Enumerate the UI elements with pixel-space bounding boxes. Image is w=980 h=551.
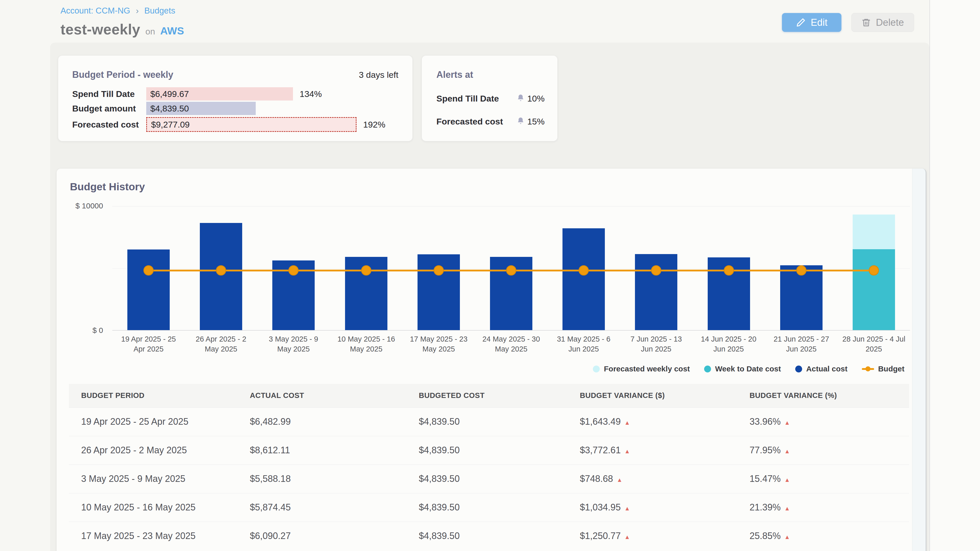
x-axis-label: 19 Apr 2025 - 25 Apr 2025 — [112, 334, 185, 354]
spend-till-date-value: $6,499.67 — [150, 89, 189, 99]
cell-actual: $5,874.45 — [238, 493, 407, 522]
actual-cost-bar[interactable] — [127, 249, 170, 330]
cloud-provider-label: AWS — [160, 25, 184, 37]
budget-period-card-title: Budget Period - weekly — [72, 69, 173, 80]
x-axis-label: 31 May 2025 - 6 Jun 2025 — [547, 334, 620, 354]
cell-variance-pct: 77.95%▲ — [737, 436, 909, 465]
up-triangle-icon: ▲ — [784, 448, 790, 454]
cell-budgeted: $4,839.50 — [407, 407, 568, 436]
budget-line-marker[interactable] — [724, 265, 734, 275]
up-triangle-icon: ▲ — [624, 419, 630, 426]
budget-period-card: Budget Period - weekly 3 days left Spend… — [58, 56, 412, 141]
content-edge-divider — [929, 0, 930, 551]
legend-week-to-date-cost[interactable]: Week to Date cost — [704, 365, 781, 373]
budget-detail-page: Account: CCM-NG › Budgets test-weekly on… — [0, 0, 980, 551]
budget-line-marker[interactable] — [796, 265, 807, 275]
legend-label: Forecasted weekly cost — [604, 365, 690, 373]
cell-variance-usd: $1,643.49▲ — [568, 407, 737, 436]
legend-actual-cost[interactable]: Actual cost — [795, 365, 848, 373]
alert-spend-threshold: 10% — [527, 94, 545, 103]
up-triangle-icon: ▲ — [617, 476, 622, 483]
col-actual-cost: ACTUAL COST — [238, 384, 407, 407]
card-scrollbar[interactable] — [912, 168, 926, 551]
table-row[interactable]: 19 Apr 2025 - 25 Apr 2025 $6,482.99 $4,8… — [69, 407, 909, 436]
x-axis-label: 24 May 2025 - 30 May 2025 — [475, 334, 547, 354]
up-triangle-icon: ▲ — [624, 505, 630, 512]
legend-forecasted-weekly-cost[interactable]: Forecasted weekly cost — [593, 365, 690, 373]
table-row[interactable]: 17 May 2025 - 23 May 2025 $6,090.27 $4,8… — [69, 522, 909, 550]
page-right-margin — [930, 0, 980, 551]
cell-period: 17 May 2025 - 23 May 2025 — [69, 522, 238, 550]
up-triangle-icon: ▲ — [784, 505, 790, 512]
forecasted-weekly-cost-bar[interactable] — [853, 214, 895, 249]
legend-label: Budget — [878, 365, 904, 373]
budget-line-marker[interactable] — [506, 265, 516, 275]
cell-variance-usd: $1,034.95▲ — [568, 493, 737, 522]
alert-forecast-label: Forecasted cost — [436, 117, 503, 127]
up-triangle-icon: ▲ — [624, 534, 630, 540]
bell-icon — [517, 117, 525, 126]
table-header-row: BUDGET PERIOD ACTUAL COST BUDGETED COST … — [69, 384, 909, 407]
legend-label: Actual cost — [806, 365, 848, 373]
chart-legend: Forecasted weekly cost Week to Date cost… — [593, 365, 904, 373]
table-row[interactable]: 26 Apr 2025 - 2 May 2025 $8,612.11 $4,83… — [69, 436, 909, 465]
alert-forecast-threshold: 15% — [527, 117, 545, 127]
forecasted-cost-percent: 192% — [363, 120, 385, 130]
week-to-date-bar[interactable] — [853, 249, 895, 330]
actual-cost-bar[interactable] — [200, 223, 242, 330]
col-budget-variance-pct: BUDGET VARIANCE (%) — [737, 384, 909, 407]
up-triangle-icon: ▲ — [624, 448, 630, 454]
budget-line-marker[interactable] — [869, 265, 879, 275]
alert-row-spend: Spend Till Date 10% — [436, 92, 545, 105]
cell-budgeted: $4,839.50 — [407, 522, 568, 550]
pencil-icon — [796, 17, 806, 27]
budget-line-marker[interactable] — [288, 265, 299, 275]
budget-line-marker[interactable] — [434, 265, 444, 275]
cell-period: 10 May 2025 - 16 May 2025 — [69, 493, 238, 522]
legend-budget[interactable]: Budget — [862, 365, 904, 373]
budget-amount-bar: $4,839.50 — [146, 102, 256, 115]
spend-till-date-bar: $6,499.67 — [146, 87, 293, 100]
budget-history-title: Budget History — [70, 181, 145, 193]
cell-budgeted: $4,839.50 — [407, 436, 568, 465]
breadcrumb-account-link[interactable]: Account: CCM-NG — [60, 6, 130, 16]
delete-button[interactable]: Delete — [851, 13, 914, 32]
budget-summary-section: Budget Period - weekly 3 days left Spend… — [50, 43, 929, 551]
legend-label: Week to Date cost — [715, 365, 781, 373]
cell-period: 19 Apr 2025 - 25 Apr 2025 — [69, 407, 238, 436]
budget-line-marker[interactable] — [361, 265, 371, 275]
cell-variance-pct: 15.47%▲ — [737, 465, 909, 493]
cell-variance-pct: 25.85%▲ — [737, 522, 909, 550]
cell-actual: $6,482.99 — [238, 407, 407, 436]
legend-dot-actual — [795, 365, 802, 372]
budget-line-marker[interactable] — [216, 265, 226, 275]
page-title-row: test-weekly on AWS — [60, 21, 184, 38]
alerts-card: Alerts at Spend Till Date 10% Forecasted… — [422, 56, 557, 141]
page-title: test-weekly — [60, 21, 140, 38]
alert-spend-label: Spend Till Date — [436, 94, 499, 103]
spend-till-date-percent: 134% — [300, 89, 322, 99]
actual-cost-bar[interactable] — [563, 228, 605, 330]
x-axis-label: 14 Jun 2025 - 20 Jun 2025 — [692, 334, 765, 354]
forecasted-cost-label: Forecasted cost — [72, 120, 146, 130]
breadcrumb-budgets-link[interactable]: Budgets — [145, 6, 175, 16]
budget-line-marker[interactable] — [579, 265, 589, 275]
cell-budgeted: $4,839.50 — [407, 493, 568, 522]
edit-button[interactable]: Edit — [782, 13, 842, 32]
budget-line-marker[interactable] — [651, 265, 661, 275]
days-left-label: 3 days left — [359, 70, 398, 80]
table-row[interactable]: 10 May 2025 - 16 May 2025 $5,874.45 $4,8… — [69, 493, 909, 522]
cell-variance-usd: $748.68▲ — [568, 465, 737, 493]
x-axis-label: 3 May 2025 - 9 May 2025 — [257, 334, 330, 354]
cell-variance-pct: 21.39%▲ — [737, 493, 909, 522]
spend-till-date-row: Spend Till Date $6,499.67 134% — [72, 87, 322, 100]
legend-dot-wtd — [704, 365, 711, 372]
spend-till-date-label: Spend Till Date — [72, 89, 146, 99]
cell-variance-usd: $3,772.61▲ — [568, 436, 737, 465]
table-row[interactable]: 3 May 2025 - 9 May 2025 $5,588.18 $4,839… — [69, 465, 909, 493]
budget-line-marker[interactable] — [143, 265, 154, 275]
cell-period: 3 May 2025 - 9 May 2025 — [69, 465, 238, 493]
cell-actual: $6,090.27 — [238, 522, 407, 550]
x-axis-label: 17 May 2025 - 23 May 2025 — [402, 334, 475, 354]
forecasted-cost-bar: $9,277.09 — [146, 117, 356, 132]
